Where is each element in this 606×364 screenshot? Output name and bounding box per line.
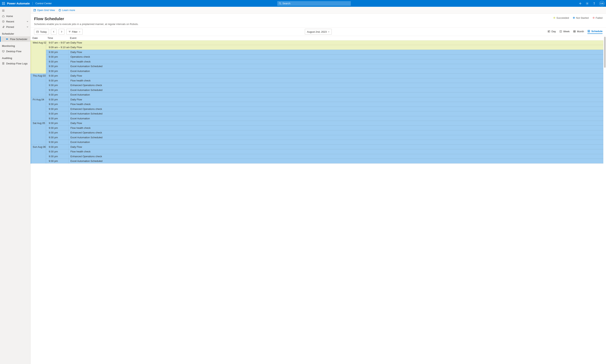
schedule-row[interactable]: 9:30 pmExcel Automation Scheduled bbox=[31, 64, 603, 69]
view-week[interactable]: Week bbox=[559, 30, 570, 34]
time-cell: 9:30 pm bbox=[46, 126, 68, 130]
sidebar-item-desktop-flow-logs[interactable]: Desktop Flow Logs bbox=[0, 61, 30, 66]
user-avatar[interactable]: GB bbox=[599, 1, 605, 6]
search-icon bbox=[279, 2, 281, 5]
schedule-row[interactable]: 9:30 pmFlow health check bbox=[31, 102, 603, 107]
legend-succeeded: Succeeded bbox=[553, 16, 569, 19]
svg-rect-19 bbox=[2, 51, 4, 52]
schedule-row[interactable]: 9:30 pmEnhanced Operations check bbox=[31, 154, 603, 159]
schedule-row[interactable]: 9:30 pmFlow health check bbox=[31, 59, 603, 64]
schedule-grid-scroll[interactable]: Date Time Event Wed Aug 029:07 am – 9:07… bbox=[31, 36, 606, 364]
sidebar-item-label: Recent bbox=[6, 20, 14, 23]
chevron-down-icon bbox=[79, 31, 80, 33]
svg-line-10 bbox=[281, 4, 281, 4]
time-cell: 9:30 pm bbox=[46, 54, 68, 59]
legend-notstarted: Not Started bbox=[573, 16, 589, 19]
schedule-toolbar: Today Filter August 2nd, 2023 bbox=[31, 27, 606, 36]
schedule-row[interactable]: 9:30 pmExcel Automation Scheduled bbox=[31, 135, 603, 140]
add-icon[interactable] bbox=[579, 2, 582, 5]
svg-rect-8 bbox=[4, 4, 5, 5]
svg-rect-0 bbox=[2, 2, 3, 3]
schedule-row[interactable]: Wed Aug 029:07 am – 9:07 amDaily Flow bbox=[31, 40, 603, 45]
sidebar-item-desktop-flow[interactable]: Desktop Flow bbox=[0, 49, 30, 54]
schedule-row[interactable]: Sat Aug 059:30 pmDaily Flow bbox=[31, 121, 603, 126]
schedule-row[interactable]: 9:09 am – 9:10 amDaily Flow bbox=[31, 45, 603, 50]
legend-failed: Failed bbox=[593, 16, 603, 19]
view-day[interactable]: Day bbox=[548, 30, 556, 34]
schedule-row[interactable]: 9:30 pmOperations check bbox=[31, 54, 603, 59]
event-cell: Excel Automation bbox=[68, 69, 603, 74]
schedule-row[interactable]: 9:30 pmFlow health check bbox=[31, 78, 603, 83]
date-cell: Sun Aug 06 bbox=[31, 144, 46, 163]
col-event[interactable]: Event bbox=[68, 36, 603, 40]
calendar-today-icon bbox=[36, 30, 39, 33]
schedule-row[interactable]: 9:30 pmDaily Flow bbox=[31, 50, 603, 54]
view-month[interactable]: Month bbox=[573, 30, 584, 34]
search-input[interactable] bbox=[282, 2, 349, 5]
page-header: Flow Scheduler Schedules enable you to e… bbox=[31, 14, 606, 27]
time-cell: 9:30 pm bbox=[46, 111, 68, 116]
open-grid-view-button[interactable]: Open Grid View bbox=[33, 9, 55, 12]
today-button[interactable]: Today bbox=[34, 29, 49, 35]
schedule-row[interactable]: 9:30 pmEnhanced Operations check bbox=[31, 130, 603, 135]
event-cell: Daily Flow bbox=[68, 50, 603, 54]
event-cell: Enhanced Operations check bbox=[68, 130, 603, 135]
schedule-row[interactable]: 9:30 pmFlow health check bbox=[31, 126, 603, 130]
schedule-row[interactable]: 9:30 pmFlow health check bbox=[31, 149, 603, 154]
schedule-row[interactable]: 9:30 pmExcel Automation bbox=[31, 116, 603, 121]
schedule-row[interactable]: Fri Aug 049:30 pmDaily Flow bbox=[31, 97, 603, 102]
time-cell: 9:30 pm bbox=[46, 159, 68, 164]
filter-button[interactable]: Filter bbox=[66, 29, 83, 35]
event-cell: Excel Automation Scheduled bbox=[68, 159, 603, 164]
app-subtitle: Control Center bbox=[35, 2, 52, 5]
logs-icon bbox=[2, 62, 5, 65]
schedule-row[interactable]: Sun Aug 069:30 pmDaily Flow bbox=[31, 144, 603, 149]
col-date[interactable]: Date bbox=[31, 36, 46, 40]
settings-gear-icon[interactable] bbox=[585, 2, 589, 5]
event-cell: Enhanced Operations check bbox=[68, 83, 603, 88]
time-cell: 9:30 pm bbox=[46, 83, 68, 88]
col-time[interactable]: Time bbox=[46, 36, 68, 40]
time-cell: 9:30 pm bbox=[46, 130, 68, 135]
svg-rect-1 bbox=[3, 2, 4, 3]
search-box[interactable] bbox=[277, 1, 351, 6]
event-cell: Daily Flow bbox=[68, 144, 603, 149]
view-schedule[interactable]: Schedule bbox=[587, 30, 603, 34]
main-content: Open Grid View Learn more Flow Scheduler… bbox=[31, 7, 606, 364]
schedule-row[interactable]: 9:30 pmEnhanced Operations check bbox=[31, 83, 603, 88]
schedule-row[interactable]: 9:30 pmExcel Automation bbox=[31, 140, 603, 145]
help-icon[interactable] bbox=[593, 2, 596, 5]
schedule-row[interactable]: 9:30 pmExcel Automation Scheduled bbox=[31, 159, 603, 164]
dot-succeeded-icon bbox=[553, 17, 555, 19]
sidebar-section-monitoring: Monitoring bbox=[0, 42, 30, 49]
prev-button[interactable] bbox=[51, 29, 57, 35]
app-launcher-icon[interactable] bbox=[1, 1, 5, 5]
event-cell: Enhanced Operations check bbox=[68, 154, 603, 159]
time-cell: 9:30 pm bbox=[46, 74, 68, 78]
schedule-row[interactable]: 9:30 pmEnhanced Operations check bbox=[31, 106, 603, 111]
sidebar-item-pinned[interactable]: Pinned bbox=[0, 24, 30, 30]
schedule-row[interactable]: Thu Aug 039:30 pmDaily Flow bbox=[31, 74, 603, 78]
sidebar-item-label: Flow Scheduler bbox=[10, 38, 27, 41]
pin-icon bbox=[2, 26, 5, 28]
time-cell: 9:30 pm bbox=[46, 69, 68, 74]
sidebar-item-home[interactable]: Home bbox=[0, 13, 30, 19]
schedule-row[interactable]: 9:30 pmExcel Automation bbox=[31, 69, 603, 74]
schedule-row[interactable]: 9:30 pmExcel Automation bbox=[31, 92, 603, 97]
sidebar-item-flow-scheduler[interactable]: Flow Scheduler bbox=[0, 36, 30, 42]
sidebar-item-recent[interactable]: Recent bbox=[0, 19, 30, 24]
schedule-row[interactable]: 9:30 pmExcel Automation Scheduled bbox=[31, 88, 603, 92]
svg-rect-36 bbox=[548, 32, 549, 32]
next-button[interactable] bbox=[59, 29, 65, 35]
sidebar-toggle[interactable] bbox=[0, 8, 30, 13]
chevron-down-icon bbox=[328, 31, 329, 33]
command-bar: Open Grid View Learn more bbox=[31, 7, 606, 14]
learn-more-button[interactable]: Learn more bbox=[58, 9, 75, 12]
time-cell: 9:30 pm bbox=[46, 59, 68, 64]
time-cell: 9:30 pm bbox=[46, 154, 68, 159]
event-cell: Excel Automation Scheduled bbox=[68, 88, 603, 92]
time-cell: 9:30 pm bbox=[46, 144, 68, 149]
schedule-row[interactable]: 9:30 pmExcel Automation Scheduled bbox=[31, 111, 603, 116]
time-cell: 9:30 pm bbox=[46, 50, 68, 54]
date-picker-button[interactable]: August 2nd, 2023 bbox=[305, 29, 332, 35]
